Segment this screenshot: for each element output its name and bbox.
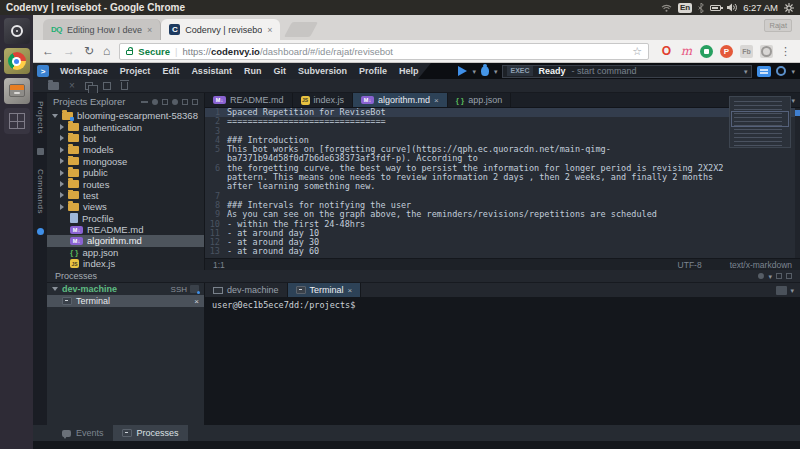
chevron-right-icon[interactable] [60, 170, 64, 176]
maximize-panel-icon[interactable] [786, 273, 792, 279]
extension-fb-icon[interactable]: Fb [740, 45, 753, 58]
chevron-down-icon[interactable] [52, 114, 58, 118]
volume-icon[interactable] [727, 3, 737, 12]
paste-icon[interactable] [103, 82, 111, 90]
tree-item-folder[interactable]: routes [47, 178, 204, 189]
settings-caret[interactable]: ▾ [768, 273, 772, 280]
menu-assistant[interactable]: Assistant [185, 66, 238, 76]
run-dropdown-caret[interactable]: ▾ [472, 68, 476, 75]
tree-item-folder[interactable]: test [47, 190, 204, 201]
chrome-menu-icon[interactable]: ⋮ [780, 45, 791, 58]
secure-label[interactable]: Secure [138, 46, 170, 57]
tree-item-folder[interactable]: mongoose [47, 156, 204, 167]
command-dropdown-caret[interactable]: ▾ [744, 68, 748, 75]
command-selector[interactable]: EXEC Ready - start command ▾ [502, 65, 752, 78]
clock[interactable]: 6:27 AM [743, 2, 778, 13]
chevron-right-icon[interactable] [60, 124, 64, 130]
debug-button[interactable] [481, 66, 489, 76]
extension-p-icon[interactable]: P [720, 45, 733, 58]
edit-icon[interactable] [162, 99, 168, 105]
keyboard-layout-indicator[interactable]: En [678, 3, 692, 13]
home-button[interactable]: ⌂ [103, 45, 110, 57]
tab-close-icon[interactable]: × [348, 286, 353, 295]
editor-menu-caret[interactable]: ▾ [791, 97, 795, 104]
bookmark-star-icon[interactable]: ☆ [632, 45, 642, 58]
menu-run[interactable]: Run [238, 66, 268, 76]
back-button[interactable]: ← [42, 45, 54, 57]
dock-tool-icon[interactable] [37, 228, 44, 235]
menu-profile[interactable]: Profile [353, 66, 393, 76]
scrollbar-thumb[interactable] [795, 110, 800, 116]
collapse-panel-icon[interactable] [182, 99, 188, 105]
extension-gear-icon[interactable] [760, 45, 773, 58]
editor-tab-appjson[interactable]: { }app.json [448, 93, 511, 107]
chevron-right-icon[interactable] [60, 181, 64, 187]
editor-tab-algorithm[interactable]: M↓algorithm.md× [353, 93, 448, 107]
forward-button[interactable]: → [63, 45, 75, 57]
editor-minimap[interactable] [729, 96, 791, 148]
tree-item-file[interactable]: { }app.json [47, 247, 204, 258]
files-launcher-icon[interactable] [4, 78, 30, 104]
extension-green-icon[interactable] [700, 45, 713, 58]
tree-item-folder[interactable]: views [47, 201, 204, 212]
chevron-right-icon[interactable] [60, 135, 64, 141]
tree-item-folder[interactable]: public [47, 167, 204, 178]
terminal-item-selected[interactable]: Terminal × [47, 295, 204, 307]
tree-item-file[interactable]: JSindex.js [47, 258, 204, 269]
minimize-panel-icon[interactable] [776, 273, 782, 279]
extension-o-icon[interactable]: O [660, 45, 673, 58]
terminal-close-icon[interactable]: × [194, 297, 199, 306]
session-gear-icon[interactable] [784, 3, 794, 13]
address-bar[interactable]: Secure | https://codenvy.io/dashboard/#/… [119, 43, 649, 60]
maximize-panel-icon[interactable] [192, 99, 198, 105]
chevron-right-icon[interactable] [60, 204, 64, 210]
menu-git[interactable]: Git [267, 66, 292, 76]
editor-tab-readme[interactable]: M↓README.md [205, 93, 293, 107]
debug-dropdown-caret[interactable]: ▾ [494, 68, 498, 75]
tree-item-file-selected[interactable]: M↓algorithm.md [47, 235, 204, 246]
dock-tab-projects[interactable]: Projects [36, 101, 45, 134]
chevron-right-icon[interactable] [60, 147, 64, 153]
menu-project[interactable]: Project [114, 66, 157, 76]
run-button[interactable] [458, 66, 467, 76]
ubuntu-dash-icon[interactable] [4, 18, 30, 44]
workspace-switcher-icon[interactable] [4, 108, 30, 134]
tree-item-project-root[interactable]: blooming-escarpment-58368 [47, 110, 204, 121]
ssh-group[interactable]: SSH [171, 285, 199, 294]
browser-tab-codenvy[interactable]: C Codenvy | revisebo × [161, 19, 280, 40]
new-tab-button[interactable] [284, 22, 318, 37]
chrome-profile-badge[interactable]: Rajat [764, 19, 792, 32]
go-into-icon[interactable] [141, 101, 148, 103]
tab-close-icon[interactable]: × [267, 25, 272, 35]
menu-subversion[interactable]: Subversion [292, 66, 353, 76]
user-menu-caret[interactable]: ▾ [791, 68, 795, 75]
battery-icon[interactable] [710, 5, 721, 11]
codenvy-logo-icon[interactable]: > [37, 65, 49, 77]
bottom-tab-processes[interactable]: Processes [113, 425, 188, 441]
settings-icon[interactable] [172, 99, 178, 105]
process-tab-terminal[interactable]: Terminal× [288, 283, 362, 297]
minimap-viewport[interactable] [731, 111, 789, 127]
bluetooth-icon[interactable] [698, 3, 704, 13]
import-project-icon[interactable] [48, 82, 59, 90]
terminal-menu-caret[interactable]: ▾ [790, 287, 794, 294]
browser-tab-quora[interactable]: DQ Editing How I deve × [43, 19, 161, 40]
panel-layout-button[interactable] [757, 66, 771, 77]
delete-icon[interactable]: × [69, 81, 75, 91]
chevron-down-icon[interactable] [52, 287, 58, 291]
chevron-right-icon[interactable] [60, 192, 64, 198]
machine-item-dev-machine[interactable]: dev-machine SSH [47, 283, 204, 295]
process-tab-dev-machine[interactable]: dev-machine [205, 283, 288, 297]
split-terminal-icon[interactable] [776, 286, 787, 295]
reload-button[interactable]: ↻ [84, 45, 94, 57]
bottom-tab-events[interactable]: Events [53, 425, 113, 441]
menu-edit[interactable]: Edit [156, 66, 185, 76]
tab-close-icon[interactable]: × [147, 25, 152, 35]
extension-m-icon[interactable]: m [680, 45, 693, 58]
user-menu-button[interactable] [776, 66, 786, 76]
code-editor[interactable]: 1Spaced Repetition for ReviseBot 2======… [205, 108, 800, 258]
settings-icon[interactable] [758, 273, 764, 279]
copy-icon[interactable] [85, 82, 93, 90]
terminal-console[interactable]: user@0ec1b5ece7dd:/projects$ [205, 297, 800, 313]
refresh-icon[interactable] [152, 99, 158, 105]
